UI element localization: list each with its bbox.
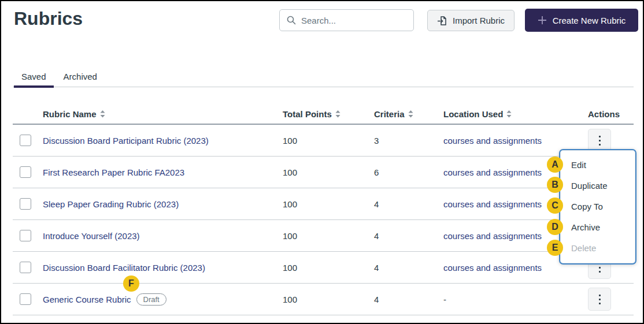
row-checkbox[interactable]: [20, 262, 31, 273]
rubric-name-link[interactable]: Introduce Yourself (2023): [43, 231, 140, 241]
row-actions-button[interactable]: [588, 288, 611, 311]
table-row: Introduce Yourself (2023) 100 4 courses …: [13, 220, 634, 252]
menu-item-duplicate[interactable]: Duplicate: [560, 176, 635, 196]
table-header: Rubric Name Total Points Criteria Locati…: [13, 105, 634, 125]
menu-item-delete: Delete: [560, 238, 635, 259]
sort-icon: [100, 110, 105, 118]
rubric-name-link[interactable]: Generic Course Rubric: [43, 295, 131, 304]
location-used-link[interactable]: courses and assignments: [443, 231, 542, 241]
create-new-rubric-button[interactable]: Create New Rubric: [525, 9, 638, 32]
annotation-marker-f: F: [123, 275, 139, 292]
table-row: Sleep Paper Grading Rubric (2023) 100 4 …: [13, 188, 634, 220]
tab-saved[interactable]: Saved: [13, 66, 55, 87]
plus-icon: [538, 16, 547, 25]
location-used-link[interactable]: courses and assignments: [443, 263, 542, 273]
criteria-value: 4: [374, 295, 443, 304]
location-used-value: -: [443, 295, 446, 304]
menu-item-archive[interactable]: Archive: [560, 217, 635, 238]
sort-icon: [506, 110, 512, 118]
search-box[interactable]: [279, 9, 414, 31]
rubric-name-link[interactable]: First Research Paper Rubric FA2023: [43, 167, 184, 177]
criteria-value: 3: [374, 136, 443, 146]
criteria-value: 6: [374, 167, 443, 177]
row-checkbox[interactable]: [20, 230, 31, 241]
search-icon: [287, 16, 296, 25]
row-checkbox[interactable]: [20, 198, 31, 210]
criteria-value: 4: [374, 263, 443, 273]
row-checkbox[interactable]: [20, 135, 31, 146]
row-checkbox[interactable]: [20, 293, 31, 305]
sort-icon: [408, 110, 413, 118]
draft-badge: Draft: [136, 293, 166, 306]
row-actions-button[interactable]: [588, 129, 611, 152]
column-header-location-used[interactable]: Location Used: [443, 109, 588, 119]
column-header-total-points[interactable]: Total Points: [283, 109, 374, 119]
annotation-marker-b: B: [547, 177, 563, 193]
location-used-link[interactable]: courses and assignments: [443, 199, 542, 209]
sort-icon: [335, 110, 340, 118]
actions-menu: Edit Duplicate Copy To Archive Delete: [559, 149, 636, 265]
criteria-value: 4: [374, 231, 443, 241]
import-icon: [437, 16, 447, 26]
table-row: First Research Paper Rubric FA2023 100 6…: [13, 157, 634, 188]
annotation-marker-e: E: [547, 240, 563, 256]
import-button-label: Import Rubric: [453, 16, 505, 25]
total-points-value: 100: [283, 231, 374, 241]
annotation-marker-d: D: [547, 219, 563, 235]
total-points-value: 100: [283, 199, 374, 209]
annotation-marker-a: A: [547, 157, 563, 173]
menu-item-edit[interactable]: Edit: [560, 155, 635, 176]
search-input[interactable]: [301, 16, 406, 25]
tab-bar: Saved Archived: [13, 66, 634, 87]
table-row: Discussion Board Participant Rubric (202…: [13, 125, 634, 157]
tab-archived[interactable]: Archived: [55, 66, 106, 87]
rubrics-page: Rubrics Import Rubric Create New Rubric …: [0, 0, 644, 324]
column-header-actions: Actions: [588, 109, 634, 119]
page-title: Rubrics: [14, 8, 83, 29]
column-header-criteria[interactable]: Criteria: [374, 109, 443, 119]
table-row: Discussion Board Facilitator Rubric (202…: [13, 252, 634, 284]
rubric-name-link[interactable]: Discussion Board Facilitator Rubric (202…: [43, 263, 205, 273]
table-body: Discussion Board Participant Rubric (202…: [13, 125, 634, 315]
create-button-label: Create New Rubric: [553, 16, 626, 25]
import-rubric-button[interactable]: Import Rubric: [427, 10, 515, 31]
total-points-value: 100: [283, 136, 374, 146]
rubric-name-link[interactable]: Discussion Board Participant Rubric (202…: [43, 136, 209, 146]
annotation-marker-c: C: [547, 198, 563, 214]
location-used-link[interactable]: courses and assignments: [443, 136, 542, 146]
rubric-name-link[interactable]: Sleep Paper Grading Rubric (2023): [43, 199, 179, 209]
total-points-value: 100: [283, 167, 374, 177]
total-points-value: 100: [283, 295, 374, 304]
column-header-rubric-name[interactable]: Rubric Name: [43, 109, 283, 119]
menu-item-copy-to[interactable]: Copy To: [560, 196, 635, 217]
location-used-link[interactable]: courses and assignments: [443, 167, 542, 177]
criteria-value: 4: [374, 199, 443, 209]
total-points-value: 100: [283, 263, 374, 273]
table-row: Generic Course Rubric Draft 100 4 -: [13, 284, 634, 315]
row-checkbox[interactable]: [20, 166, 31, 178]
